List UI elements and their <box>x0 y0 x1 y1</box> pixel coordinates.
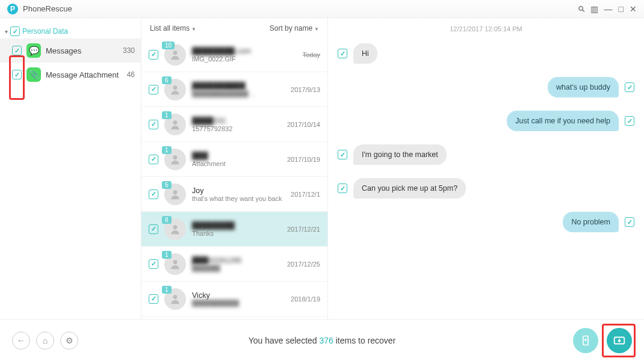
message-row: Just call me if you need help <box>338 111 634 131</box>
selected-count: 376 <box>319 336 333 345</box>
avatar-icon: 5 <box>164 184 186 205</box>
conversation-name: ██████████ <box>192 82 285 90</box>
conversation-preview: ██████████ <box>192 300 285 307</box>
conversation-name: Vicky <box>192 291 285 300</box>
conversation-row[interactable]: 10████████.comIMG_0022.GIFToday <box>141 37 327 72</box>
conversation-row[interactable]: 6██████████████████████ ...2017/9/13 <box>141 72 327 107</box>
unread-badge: 8 <box>162 216 172 224</box>
conversation-name: Joy <box>192 187 285 195</box>
chevron-down-icon: ▼ <box>314 26 319 32</box>
item-checkbox[interactable] <box>12 70 22 79</box>
message-row: Can you pick me up at 5pm? <box>338 178 634 199</box>
avatar-icon: 1 <box>164 253 186 275</box>
sidebar-category-header[interactable]: ▾ Personal Data <box>0 24 141 39</box>
conversation-row[interactable]: 1███83281295██████2017/12/25 <box>141 247 327 282</box>
category-checkbox[interactable] <box>10 26 20 36</box>
conversation-checkbox[interactable] <box>149 155 158 164</box>
sort-dropdown[interactable]: Sort by name▼ <box>270 24 319 32</box>
conversation-checkbox[interactable] <box>149 224 158 234</box>
list-toolbar: List all items▼ Sort by name▼ <box>141 18 327 37</box>
message-bubble: No problem <box>563 212 619 232</box>
message-checkbox[interactable] <box>338 184 347 193</box>
sidebar-item-messages[interactable]: 💬 Messages 330 <box>0 39 141 63</box>
titlebar: P PhoneRescue ⚲ ▥ — □ ✕ <box>0 0 644 18</box>
sidebar-item-label: Messages <box>46 46 81 55</box>
message-checkbox[interactable] <box>625 82 634 92</box>
app-logo-icon: P <box>7 4 18 14</box>
svg-point-1 <box>173 85 178 90</box>
conversation-row[interactable]: 1Vicky██████████2018/1/19 <box>141 282 327 316</box>
message-row: what's up buddy <box>338 77 634 97</box>
conversation-preview: Attachment <box>192 160 281 167</box>
conversation-checkbox[interactable] <box>149 190 158 199</box>
conversation-checkbox[interactable] <box>149 50 158 60</box>
conversation-date: Today <box>303 51 320 58</box>
conversation-row[interactable]: 1███Attachment2017/10/19 <box>141 142 327 177</box>
avatar-icon: 1 <box>164 149 186 170</box>
unread-badge: 1 <box>162 111 172 119</box>
message-bubble: I'm going to the market <box>353 144 447 165</box>
unread-badge: 1 <box>162 251 172 259</box>
conversation-preview: ████████████ ... <box>192 90 285 97</box>
list-filter-dropdown[interactable]: List all items▼ <box>150 24 196 32</box>
svg-point-3 <box>173 155 178 159</box>
avatar-icon: 10 <box>164 44 186 66</box>
avatar-icon: 6 <box>164 79 186 100</box>
message-checkbox[interactable] <box>625 217 634 227</box>
chat-timestamp: 12/21/2017 12:05:14 PM <box>338 25 634 32</box>
conversation-checkbox[interactable] <box>149 259 158 269</box>
conversation-date: 2017/12/21 <box>287 226 320 233</box>
chat-panel: 12/21/2017 12:05:14 PM Hiwhat's up buddy… <box>328 18 644 319</box>
back-button[interactable]: ← <box>12 332 30 350</box>
unread-badge: 5 <box>162 181 172 189</box>
conversation-row[interactable]: 8████████Thanks2017/12/21 <box>141 212 327 247</box>
conversation-checkbox[interactable] <box>149 294 158 304</box>
message-checkbox[interactable] <box>625 116 634 126</box>
sidebar-item-attachments[interactable]: 📎 Message Attachment 46 <box>0 63 141 87</box>
conversation-list: 10████████.comIMG_0022.GIFToday6████████… <box>141 37 327 319</box>
conversation-row[interactable]: 1████332157757928322017/10/14 <box>141 107 327 142</box>
sidebar: ▾ Personal Data 💬 Messages 330 📎 Message… <box>0 18 141 319</box>
svg-point-0 <box>173 51 178 55</box>
conversation-date: 2017/10/19 <box>287 156 320 163</box>
collapse-arrow-icon: ▾ <box>5 28 8 35</box>
sidebar-item-count: 330 <box>123 46 135 55</box>
avatar-icon: 1 <box>164 114 186 135</box>
message-checkbox[interactable] <box>338 49 347 58</box>
close-icon[interactable]: ✕ <box>630 4 637 14</box>
minimize-icon[interactable]: — <box>604 4 613 14</box>
message-checkbox[interactable] <box>338 150 347 159</box>
home-button[interactable]: ⌂ <box>36 332 54 350</box>
maximize-icon[interactable]: □ <box>619 4 624 14</box>
status-text: You have selected 376 items to recover <box>249 336 396 345</box>
messages-app-icon: 💬 <box>26 43 41 58</box>
conversation-name: ████████ <box>192 221 281 230</box>
message-row: Hi <box>338 43 634 64</box>
unread-badge: 1 <box>162 286 172 294</box>
conversation-date: 2017/12/25 <box>287 261 320 268</box>
conversation-list-panel: List all items▼ Sort by name▼ 10████████… <box>141 18 328 319</box>
message-bubble: Just call me if you need help <box>507 111 619 131</box>
conversation-date: 2017/9/13 <box>291 86 320 93</box>
unread-badge: 10 <box>162 42 175 49</box>
settings-button[interactable]: ⚙ <box>60 332 78 350</box>
category-label: Personal Data <box>22 27 68 35</box>
unread-badge: 1 <box>162 146 172 154</box>
chevron-down-icon: ▼ <box>191 26 196 32</box>
recover-to-computer-button[interactable] <box>607 328 632 353</box>
avatar-icon: 8 <box>164 218 186 240</box>
recover-to-device-button[interactable] <box>573 328 598 353</box>
conversation-name: ████████.com <box>192 47 297 55</box>
sidebar-item-count: 46 <box>127 70 135 79</box>
main-content: ▾ Personal Data 💬 Messages 330 📎 Message… <box>0 18 644 319</box>
message-bubble: Hi <box>353 43 377 64</box>
conversation-name: ████332 <box>192 117 281 125</box>
conversation-checkbox[interactable] <box>149 120 158 129</box>
conversation-preview: that's what they want you back <box>192 195 285 202</box>
message-row: I'm going to the market <box>338 144 634 165</box>
conversation-row[interactable]: 5Joythat's what they want you back2017/1… <box>141 177 327 212</box>
layout-icon[interactable]: ▥ <box>590 4 598 14</box>
item-checkbox[interactable] <box>12 46 22 55</box>
conversation-checkbox[interactable] <box>149 85 158 94</box>
message-bubble: what's up buddy <box>548 77 619 97</box>
